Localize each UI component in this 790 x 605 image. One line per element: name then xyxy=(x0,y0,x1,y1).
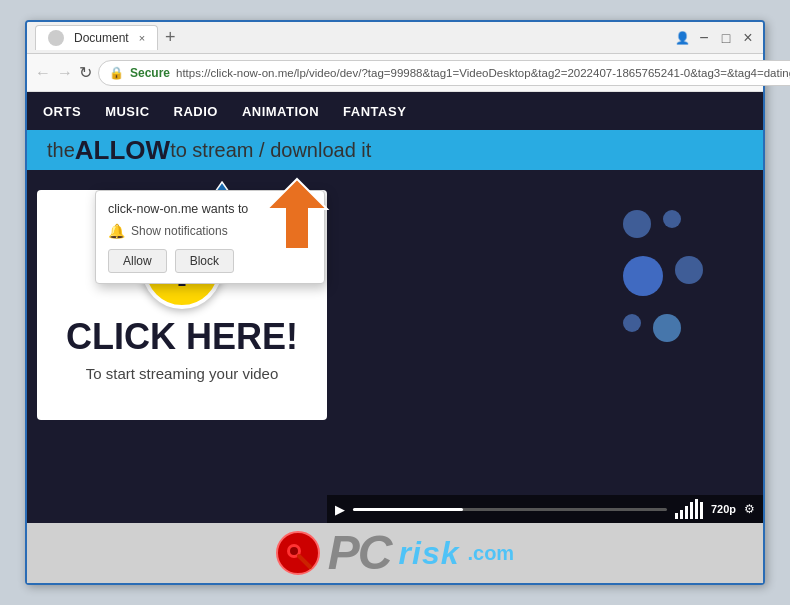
vol-bar xyxy=(690,502,693,519)
minimize-btn[interactable]: − xyxy=(697,31,711,45)
play-icon[interactable]: ▶ xyxy=(335,502,345,517)
url-text: https://click-now-on.me/lp/video/dev/?ta… xyxy=(176,67,790,79)
nav-fantasy[interactable]: FANTASY xyxy=(343,104,406,119)
forward-btn[interactable]: → xyxy=(57,61,73,85)
video-controls: ▶ 720p ⚙ xyxy=(327,495,763,523)
footer-watermark: PC risk .com xyxy=(27,523,763,583)
close-btn[interactable]: × xyxy=(741,31,755,45)
progress-bar[interactable] xyxy=(353,508,667,511)
popup-title: click-now-on.me wants to xyxy=(108,201,248,217)
nav-animation[interactable]: ANIMATION xyxy=(242,104,319,119)
nav-sports[interactable]: ORTS xyxy=(43,104,81,119)
vol-bar xyxy=(700,502,703,519)
logo-svg xyxy=(276,531,320,575)
dot xyxy=(653,314,681,342)
notification-label: Show notifications xyxy=(131,224,228,238)
tab-close-btn[interactable]: × xyxy=(139,32,145,44)
vol-bar xyxy=(695,499,698,519)
click-here-text: CLICK HERE! xyxy=(66,319,298,355)
video-area: ▶ 720p ⚙ xyxy=(327,170,763,523)
new-tab-btn[interactable]: + xyxy=(158,26,182,50)
dot xyxy=(623,256,663,296)
back-btn[interactable]: ← xyxy=(35,61,51,85)
vol-bar xyxy=(685,506,688,519)
tab-label: Document xyxy=(74,31,129,45)
site-nav: ORTS MUSIC RADIO ANIMATION FANTASY xyxy=(27,92,763,130)
block-btn[interactable]: Block xyxy=(175,249,234,273)
user-account-icon[interactable]: 👤 xyxy=(675,31,689,45)
svg-point-4 xyxy=(290,547,298,555)
vol-bar xyxy=(680,510,683,519)
address-field[interactable]: 🔒 Secure https://click-now-on.me/lp/vide… xyxy=(98,60,790,86)
banner-prefix: the xyxy=(47,139,75,162)
nav-music[interactable]: MUSIC xyxy=(105,104,149,119)
browser-body: click-now-on.me wants to × 🔔 Show notifi… xyxy=(27,92,763,583)
bell-icon: 🔔 xyxy=(108,223,125,239)
tab-favicon xyxy=(48,30,64,46)
svg-marker-0 xyxy=(267,179,327,249)
nav-radio[interactable]: RADIO xyxy=(174,104,218,119)
settings-icon[interactable]: ⚙ xyxy=(744,502,755,516)
banner-suffix: to stream / download it xyxy=(170,139,371,162)
volume-bars xyxy=(675,499,703,519)
addressbar: ← → ↻ 🔒 Secure https://click-now-on.me/l… xyxy=(27,54,763,92)
stream-text: To start streaming your video xyxy=(86,365,279,382)
allow-btn[interactable]: Allow xyxy=(108,249,167,273)
content-area: ORTS MUSIC RADIO ANIMATION FANTASY the A… xyxy=(27,92,763,523)
banner-allow-text: ALLOW xyxy=(75,135,170,166)
dot xyxy=(623,314,641,332)
pcrisk-logo xyxy=(276,531,320,575)
window-controls: 👤 − □ × xyxy=(675,31,755,45)
maximize-btn[interactable]: □ xyxy=(719,31,733,45)
browser-tab[interactable]: Document × xyxy=(35,25,158,50)
risk-text: risk xyxy=(399,535,460,572)
reload-btn[interactable]: ↻ xyxy=(79,61,92,85)
dot xyxy=(623,210,651,238)
secure-label: Secure xyxy=(130,66,170,80)
dot xyxy=(675,256,703,284)
progress-fill xyxy=(353,508,463,511)
orange-arrow xyxy=(257,174,337,254)
vol-bar xyxy=(675,513,678,519)
titlebar: Document × + 👤 − □ × xyxy=(27,22,763,54)
site-banner: the ALLOW to stream / download it xyxy=(27,130,763,170)
video-dots xyxy=(623,210,703,342)
lock-icon: 🔒 xyxy=(109,66,124,80)
pc-text: PC xyxy=(328,529,391,577)
com-text: .com xyxy=(467,542,514,565)
dot xyxy=(663,210,681,228)
quality-label[interactable]: 720p xyxy=(711,503,736,515)
